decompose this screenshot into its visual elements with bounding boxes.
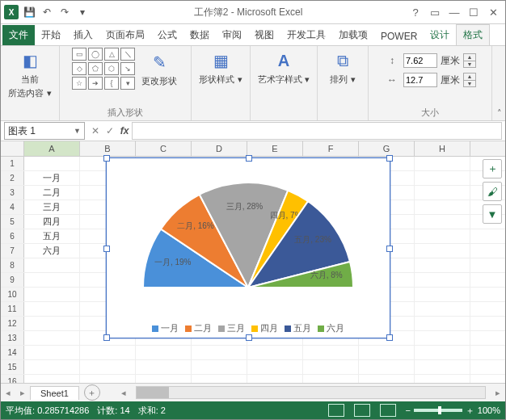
cell[interactable] (415, 360, 470, 374)
cell[interactable] (192, 346, 247, 359)
cell[interactable] (303, 360, 359, 374)
cell[interactable] (415, 288, 470, 301)
col-header[interactable]: D (192, 141, 247, 156)
row-header[interactable]: 12 (1, 317, 24, 330)
cell[interactable] (415, 273, 470, 287)
zoom-out-icon[interactable]: − (405, 405, 410, 415)
cell[interactable] (192, 375, 247, 383)
tab-insert[interactable]: 插入 (67, 25, 99, 45)
cell[interactable] (247, 360, 303, 374)
col-header[interactable]: E (247, 141, 303, 156)
row-header[interactable]: 8 (1, 258, 24, 272)
col-header[interactable]: B (80, 141, 136, 156)
cell[interactable] (415, 258, 470, 272)
cell[interactable] (415, 157, 470, 170)
height-stepper[interactable]: ▲▼ (463, 53, 476, 68)
cell[interactable] (359, 360, 415, 374)
col-header[interactable]: G (359, 141, 415, 156)
cell[interactable]: 四月 (24, 215, 80, 229)
chart-elements-icon[interactable]: ＋ (483, 159, 502, 178)
redo-icon[interactable]: ↷ (57, 5, 72, 19)
cell[interactable] (415, 244, 470, 258)
cell[interactable]: 五月 (24, 229, 80, 243)
cell[interactable] (24, 360, 80, 374)
tab-addins[interactable]: 加载项 (332, 25, 374, 45)
row-header[interactable]: 6 (1, 229, 24, 243)
row-header[interactable]: 3 (1, 186, 24, 200)
qat-dropdown-icon[interactable]: ▾ (75, 5, 90, 19)
cell[interactable] (24, 258, 80, 272)
tab-page-layout[interactable]: 页面布局 (99, 25, 151, 45)
cell[interactable] (24, 302, 80, 316)
sheet-grid[interactable]: A B C D E F G H 12一月3二月4三月5四月6五月7六月89101… (1, 141, 505, 383)
current-selection-button[interactable]: ◧ 当前 所选内容 ▾ (6, 48, 53, 101)
row-header[interactable]: 14 (1, 346, 24, 359)
tab-data[interactable]: 数据 (183, 25, 216, 45)
cell[interactable] (415, 171, 470, 185)
cell[interactable] (24, 273, 80, 287)
cell[interactable] (247, 375, 303, 383)
minimize-icon[interactable]: — (445, 5, 463, 19)
cell[interactable] (24, 331, 80, 345)
chart-filter-icon[interactable]: ▼ (483, 204, 502, 224)
cell[interactable] (24, 375, 80, 383)
help-icon[interactable]: ? (407, 5, 424, 19)
row-header[interactable]: 7 (1, 244, 24, 258)
width-input[interactable] (403, 73, 437, 87)
row-header[interactable]: 10 (1, 288, 24, 301)
ribbon-toggle-icon[interactable]: ▭ (426, 5, 444, 19)
cell[interactable] (415, 215, 470, 229)
chart-object[interactable]: 一月, 19%二月, 16%三月, 28%四月, 7%五月, 23%六月, 8%… (106, 158, 390, 338)
name-box[interactable]: 图表 1 ▼ (4, 122, 85, 140)
cell[interactable] (24, 288, 80, 301)
hscroll-right-icon[interactable]: ▸ (491, 388, 505, 398)
horizontal-scrollbar[interactable] (136, 386, 486, 399)
cell[interactable] (136, 346, 192, 359)
row-header[interactable]: 16 (1, 375, 24, 383)
width-stepper[interactable]: ▲▼ (463, 73, 476, 87)
cell[interactable] (80, 346, 136, 359)
tab-review[interactable]: 审阅 (216, 25, 248, 45)
cell[interactable] (136, 360, 192, 374)
row-header[interactable]: 15 (1, 360, 24, 374)
cell[interactable] (415, 375, 470, 383)
enter-icon[interactable]: ✓ (103, 124, 117, 138)
cell[interactable] (415, 317, 470, 330)
undo-icon[interactable]: ↶ (40, 5, 54, 19)
close-icon[interactable]: ✕ (484, 5, 502, 19)
save-icon[interactable]: 💾 (22, 5, 36, 19)
row-header[interactable]: 2 (1, 171, 24, 185)
cell[interactable] (80, 375, 136, 383)
tab-power[interactable]: POWER (374, 27, 424, 45)
zoom-in-icon[interactable]: ＋ (466, 405, 474, 417)
shapes-gallery[interactable]: ▭◯△＼ ◇⬠⬡↘ ☆➔{▾ (72, 48, 135, 90)
cell[interactable] (415, 229, 470, 243)
fx-icon[interactable]: fx (117, 124, 132, 138)
ribbon-collapse-icon[interactable]: ˄ (497, 108, 502, 119)
view-normal-icon[interactable] (328, 404, 344, 417)
tab-format[interactable]: 格式 (456, 24, 490, 45)
col-header[interactable]: F (303, 141, 359, 156)
cell[interactable] (80, 360, 136, 374)
tab-view[interactable]: 视图 (248, 25, 280, 45)
cell[interactable]: 六月 (24, 244, 80, 258)
row-header[interactable]: 1 (1, 157, 24, 170)
cell[interactable] (359, 375, 415, 383)
wordart-styles-button[interactable]: A 艺术字样式 ▾ (256, 48, 311, 87)
tab-file[interactable]: 文件 (2, 25, 35, 45)
row-header[interactable]: 5 (1, 215, 24, 229)
cell[interactable] (415, 331, 470, 345)
row-header[interactable]: 4 (1, 200, 24, 214)
tab-design[interactable]: 设计 (424, 25, 456, 45)
height-input[interactable] (403, 53, 437, 68)
tab-developer[interactable]: 开发工具 (280, 25, 332, 45)
cell[interactable] (24, 346, 80, 359)
zoom-slider[interactable] (414, 409, 462, 412)
chart-styles-icon[interactable]: 🖌 (483, 182, 502, 201)
select-all-corner[interactable] (1, 141, 24, 156)
cell[interactable] (136, 375, 192, 383)
cell[interactable] (247, 346, 303, 359)
namebox-dropdown-icon[interactable]: ▼ (74, 127, 81, 135)
cell[interactable] (359, 346, 415, 359)
cancel-icon[interactable]: ✕ (88, 124, 103, 138)
